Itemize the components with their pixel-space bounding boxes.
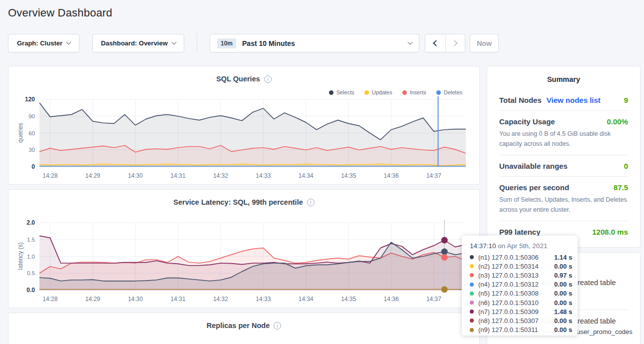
summary-value: 1208.0 ms <box>592 228 628 236</box>
info-icon[interactable]: i <box>264 75 272 83</box>
now-button[interactable]: Now <box>470 34 499 52</box>
summary-label: Capacity Usage <box>499 117 555 126</box>
legend-dot <box>329 90 333 95</box>
node-latency: 0.00 s <box>554 290 572 297</box>
info-icon[interactable]: i <box>307 199 315 206</box>
summary-row-total-nodes: Total Nodes View nodes list 9 <box>499 89 628 110</box>
summary-subtext: You are using 0 B of 4.5 GiB usable disk… <box>499 129 628 149</box>
node-color-dot <box>470 264 474 268</box>
node-address: (n2) 127.0.0.1:50314 <box>478 263 554 270</box>
tooltip-row-n1: (n1) 127.0.0.1:503061.14 s <box>470 253 570 262</box>
dashboard-dropdown[interactable]: Dashboard: Overview <box>92 34 184 52</box>
y-tick-label: 1.5 <box>27 237 35 243</box>
x-tick-label: 14:35 <box>341 172 356 179</box>
node-latency: 0.00 s <box>554 263 572 270</box>
node-color-dot <box>470 319 474 323</box>
chevron-right-icon <box>451 40 458 46</box>
x-tick-label: 14:34 <box>299 172 314 179</box>
summary-row-capacity: Capacity Usage 0.00% You are using 0 B o… <box>499 110 628 155</box>
tooltip-row-n3: (n3) 127.0.0.1:503130.97 s <box>470 271 570 280</box>
x-tick-label: 14:29 <box>85 172 100 179</box>
summary-label: Total Nodes <box>499 96 542 104</box>
summary-subtext: Sum of Selects, Updates, Inserts, and De… <box>499 195 628 215</box>
y-tick-label: 120 <box>25 96 35 103</box>
y-tick-label: 30 <box>28 147 35 153</box>
service-latency-plot[interactable]: 0.00.51.01.52.014:2814:2914:3014:3114:32… <box>8 220 480 306</box>
summary-panel: Summary Total Nodes View nodes list 9 Ca… <box>487 66 641 248</box>
node-color-dot <box>470 292 474 296</box>
x-tick-label: 14:36 <box>384 172 399 179</box>
legend-item-updates[interactable]: Updates <box>364 89 392 95</box>
chart-title: SQL Queries <box>216 75 260 83</box>
chevron-down-icon <box>66 40 71 45</box>
summary-row-unavailable: Unavailable ranges 0 <box>499 155 628 176</box>
sql-queries-plot[interactable]: 030609012014:2814:2914:3014:3114:3214:33… <box>8 96 480 182</box>
time-prev-button[interactable] <box>425 34 445 52</box>
x-tick-label: 14:33 <box>256 172 271 179</box>
tooltip-timestamp: 14:37:10 on Apr 5th, 2021 <box>470 242 570 250</box>
summary-label: Unavailable ranges <box>499 162 568 170</box>
legend-dot <box>402 90 407 95</box>
node-address: (n1) 127.0.0.1:50306 <box>478 254 554 261</box>
view-nodes-list-link[interactable]: View nodes list <box>547 96 601 104</box>
node-address: (n9) 127.0.0.1:50311 <box>478 326 554 334</box>
chevron-left-icon <box>433 40 439 46</box>
service-latency-svg[interactable]: 0.00.51.01.52.014:2814:2914:3014:3114:32… <box>8 220 480 306</box>
x-tick-label: 14:34 <box>299 296 314 303</box>
time-next-button[interactable] <box>445 34 465 52</box>
legend-dot <box>364 90 369 95</box>
sql-queries-chart-panel: SQL Queries i Selects Updates Inserts De… <box>8 66 480 185</box>
y-tick-label: 1.0 <box>27 254 35 260</box>
x-tick-label: 14:31 <box>171 296 186 303</box>
node-latency: 0.00 s <box>554 299 572 307</box>
tooltip-row-n5: (n5) 127.0.0.1:503080.00 s <box>470 289 570 298</box>
legend-label: Deletes <box>444 89 462 95</box>
x-tick-label: 14:37 <box>426 172 441 179</box>
legend-item-inserts[interactable]: Inserts <box>402 89 426 95</box>
node-latency: 0.00 s <box>554 326 572 334</box>
time-range-dropdown[interactable]: 10m Past 10 Minutes <box>210 34 419 52</box>
page-title: Overview Dashboard <box>8 6 112 19</box>
controls-bar: Graph: Cluster Dashboard: Overview 10m P… <box>8 34 507 52</box>
dashboard-dropdown-label: Dashboard: Overview <box>101 39 168 47</box>
node-latency: 0.00 s <box>554 281 572 288</box>
tooltip-row-n8: (n8) 127.0.0.1:503070.00 s <box>470 316 570 325</box>
node-latency: 1.48 s <box>554 308 572 316</box>
hover-point-dot <box>441 254 448 261</box>
x-tick-label: 14:33 <box>256 296 271 303</box>
summary-title: Summary <box>499 75 628 83</box>
info-icon[interactable]: i <box>274 322 281 330</box>
overview-dashboard-page: Overview Dashboard Graph: Cluster Dashbo… <box>0 0 644 344</box>
x-tick-label: 14:28 <box>42 296 57 303</box>
tooltip-row-n9: (n9) 127.0.0.1:503110.00 s <box>470 326 570 335</box>
node-color-dot <box>470 328 474 332</box>
legend-label: Inserts <box>410 89 426 95</box>
service-latency-chart-panel: Service Latency: SQL, 99th percentile i … <box>8 189 480 308</box>
graph-dropdown[interactable]: Graph: Cluster <box>8 34 79 52</box>
hover-point-dot <box>441 249 448 255</box>
y-tick-label: 0.0 <box>26 287 35 294</box>
y-tick-label: 2.0 <box>26 220 35 226</box>
y-tick-label: 0.5 <box>27 270 35 276</box>
node-color-dot <box>470 283 474 287</box>
node-address: (n4) 127.0.0.1:50312 <box>478 281 554 288</box>
time-range-label: Past 10 Minutes <box>242 39 295 47</box>
summary-value: 0 <box>624 162 628 170</box>
y-tick-label: 60 <box>28 130 35 136</box>
legend-item-deletes[interactable]: Deletes <box>436 89 462 95</box>
chart-legend: Selects Updates Inserts Deletes <box>329 89 462 95</box>
controls-divider <box>197 34 197 52</box>
summary-label: P99 latency <box>499 228 541 236</box>
summary-value: 9 <box>624 96 628 104</box>
node-latency: 0.97 s <box>554 272 572 279</box>
x-tick-label: 14:32 <box>213 296 228 303</box>
y-tick-label: 0 <box>31 163 35 170</box>
x-tick-label: 14:30 <box>128 296 143 303</box>
chart-title: Replicas per Node <box>207 322 270 330</box>
node-latency: 1.14 s <box>554 254 572 261</box>
node-color-dot <box>470 310 474 314</box>
summary-value: 0.00% <box>607 117 628 126</box>
legend-item-selects[interactable]: Selects <box>329 89 354 95</box>
x-tick-label: 14:28 <box>42 172 57 179</box>
sql-queries-svg[interactable]: 030609012014:2814:2914:3014:3114:3214:33… <box>8 96 480 182</box>
